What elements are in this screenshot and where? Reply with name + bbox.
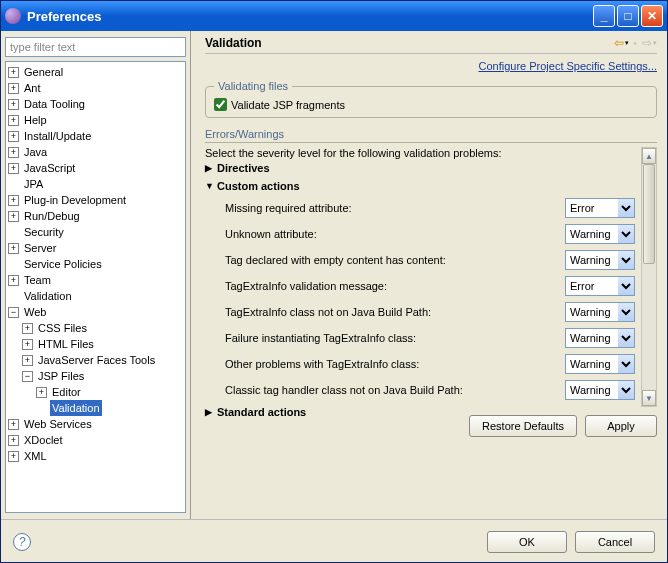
cancel-button[interactable]: Cancel [575,531,655,553]
tree-item-label[interactable]: CSS Files [36,320,89,336]
scroll-up-icon[interactable]: ▲ [642,148,656,164]
expand-icon[interactable]: + [22,355,33,366]
tree-item[interactable]: Service Policies [8,256,183,272]
tree-item[interactable]: +CSS Files [8,320,183,336]
tree-item-label[interactable]: HTML Files [36,336,96,352]
tree-item[interactable]: +XDoclet [8,432,183,448]
expand-icon[interactable]: + [36,387,47,398]
vertical-scrollbar[interactable]: ▲ ▼ [641,147,657,407]
group-standard-actions[interactable]: ▶ Standard actions [205,403,635,421]
tree-item-label[interactable]: Plug-in Development [22,192,128,208]
tree-item[interactable]: Security [8,224,183,240]
tree-item-label[interactable]: Data Tooling [22,96,87,112]
tree-item[interactable]: +HTML Files [8,336,183,352]
minimize-button[interactable]: _ [593,5,615,27]
maximize-button[interactable]: □ [617,5,639,27]
severity-select[interactable]: ErrorWarningIgnore [565,198,635,218]
tree-item-label[interactable]: Security [22,224,66,240]
project-settings-link[interactable]: Configure Project Specific Settings... [205,60,657,72]
expand-icon[interactable]: + [8,211,19,222]
tree-item-label[interactable]: XML [22,448,49,464]
back-button[interactable]: ⇦▾ [613,35,629,51]
validate-jsp-fragments-checkbox[interactable]: Validate JSP fragments [214,98,648,111]
tree-item-label[interactable]: XDoclet [22,432,65,448]
severity-select[interactable]: ErrorWarningIgnore [565,276,635,296]
expand-icon[interactable]: + [8,147,19,158]
tree-item[interactable]: +General [8,64,183,80]
tree-item-label[interactable]: Validation [50,400,102,416]
expand-icon[interactable]: + [8,115,19,126]
tree-item[interactable]: −JSP Files [8,368,183,384]
scroll-down-icon[interactable]: ▼ [642,390,656,406]
expand-icon[interactable]: + [8,163,19,174]
tree-item-label[interactable]: JSP Files [36,368,86,384]
expand-icon[interactable]: + [8,67,19,78]
tree-item-label[interactable]: JavaServer Faces Tools [36,352,157,368]
tree-item[interactable]: +JavaScript [8,160,183,176]
tree-item-label[interactable]: Validation [22,288,74,304]
tree-item[interactable]: +XML [8,448,183,464]
close-button[interactable]: ✕ [641,5,663,27]
severity-select[interactable]: ErrorWarningIgnore [565,224,635,244]
tree-item-label[interactable]: Service Policies [22,256,104,272]
scroll-thumb[interactable] [643,164,655,264]
tree-item[interactable]: +Help [8,112,183,128]
tree-item-label[interactable]: Web [22,304,48,320]
tree-item-label[interactable]: Team [22,272,53,288]
group-directives[interactable]: ▶ Directives [205,159,635,177]
filter-input[interactable] [5,37,186,57]
tree-item-label[interactable]: JavaScript [22,160,77,176]
validate-jsp-fragments-input[interactable] [214,98,227,111]
forward-button[interactable]: ⇨▾ [641,35,657,51]
tree-item[interactable]: +Data Tooling [8,96,183,112]
severity-select[interactable]: ErrorWarningIgnore [565,302,635,322]
tree-item[interactable]: +Server [8,240,183,256]
tree-item[interactable]: +Install/Update [8,128,183,144]
help-icon[interactable]: ? [13,533,31,551]
tree-item[interactable]: +Ant [8,80,183,96]
tree-item[interactable]: +Run/Debug [8,208,183,224]
tree-item-label[interactable]: General [22,64,65,80]
tree-item[interactable]: +Editor [8,384,183,400]
ok-button[interactable]: OK [487,531,567,553]
expand-icon[interactable]: + [8,243,19,254]
tree-item-label[interactable]: JPA [22,176,45,192]
tree-item-label[interactable]: Help [22,112,49,128]
expand-icon[interactable]: + [8,435,19,446]
tree-item[interactable]: Validation [8,288,183,304]
expand-icon[interactable]: + [8,131,19,142]
tree-item-label[interactable]: Web Services [22,416,94,432]
tree-item[interactable]: Validation [8,400,183,416]
severity-select[interactable]: ErrorWarningIgnore [565,354,635,374]
tree-item[interactable]: +JavaServer Faces Tools [8,352,183,368]
severity-select[interactable]: ErrorWarningIgnore [565,250,635,270]
expand-icon[interactable]: + [22,323,33,334]
expand-icon[interactable]: + [8,419,19,430]
tree-item[interactable]: +Team [8,272,183,288]
expand-icon[interactable]: + [8,451,19,462]
expand-icon[interactable]: + [8,99,19,110]
tree-item-label[interactable]: Ant [22,80,43,96]
expand-icon[interactable]: + [8,275,19,286]
collapse-icon[interactable]: − [8,307,19,318]
chevron-down-icon: ▼ [205,181,215,191]
preferences-tree[interactable]: +General+Ant+Data Tooling+Help+Install/U… [5,61,186,513]
tree-item-label[interactable]: Install/Update [22,128,93,144]
tree-item-label[interactable]: Run/Debug [22,208,82,224]
expand-icon[interactable]: + [22,339,33,350]
tree-item[interactable]: JPA [8,176,183,192]
expand-icon[interactable]: + [8,83,19,94]
group-custom-actions[interactable]: ▼ Custom actions [205,177,635,195]
tree-item-label[interactable]: Editor [50,384,83,400]
errors-warnings-pane: Select the severity level for the follow… [205,147,657,407]
expand-icon[interactable]: + [8,195,19,206]
tree-item[interactable]: +Java [8,144,183,160]
tree-item-label[interactable]: Server [22,240,58,256]
tree-item[interactable]: −Web [8,304,183,320]
tree-item[interactable]: +Plug-in Development [8,192,183,208]
severity-select[interactable]: ErrorWarningIgnore [565,380,635,400]
collapse-icon[interactable]: − [22,371,33,382]
tree-item[interactable]: +Web Services [8,416,183,432]
tree-item-label[interactable]: Java [22,144,49,160]
severity-select[interactable]: ErrorWarningIgnore [565,328,635,348]
